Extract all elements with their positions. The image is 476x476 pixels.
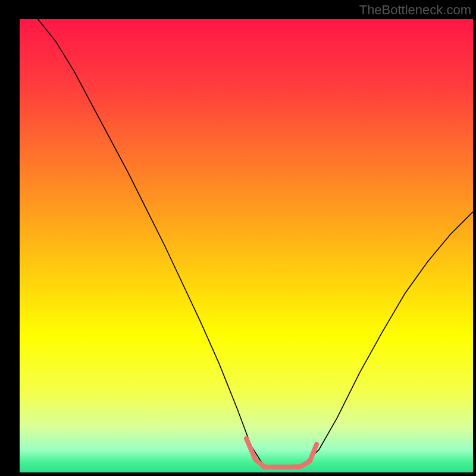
watermark-text: TheBottleneck.com [359, 2, 471, 18]
plot-area [20, 19, 473, 472]
chart-svg [20, 19, 473, 472]
gradient-background [20, 19, 473, 472]
chart-container [0, 0, 476, 476]
